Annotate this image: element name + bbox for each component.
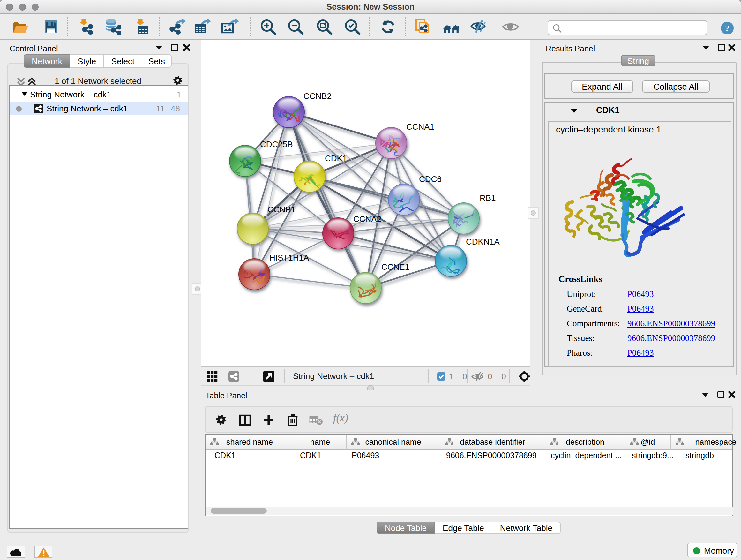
- svg-text:CDK1: CDK1: [325, 153, 347, 163]
- svg-text:CDKN1A: CDKN1A: [466, 237, 500, 246]
- svg-text:RB1: RB1: [480, 193, 496, 203]
- svg-text:CCNA2: CCNA2: [353, 214, 381, 224]
- svg-text:CDC6: CDC6: [419, 174, 442, 184]
- svg-text:CCNB1: CCNB1: [267, 205, 295, 214]
- svg-text:CCNA1: CCNA1: [406, 122, 434, 132]
- svg-text:CCNE1: CCNE1: [381, 262, 409, 272]
- svg-text:HIST1H1A: HIST1H1A: [269, 253, 309, 262]
- svg-text:CCNB2: CCNB2: [304, 91, 332, 101]
- svg-text:?: ?: [725, 23, 730, 33]
- svg-text:CDC25B: CDC25B: [260, 139, 293, 149]
